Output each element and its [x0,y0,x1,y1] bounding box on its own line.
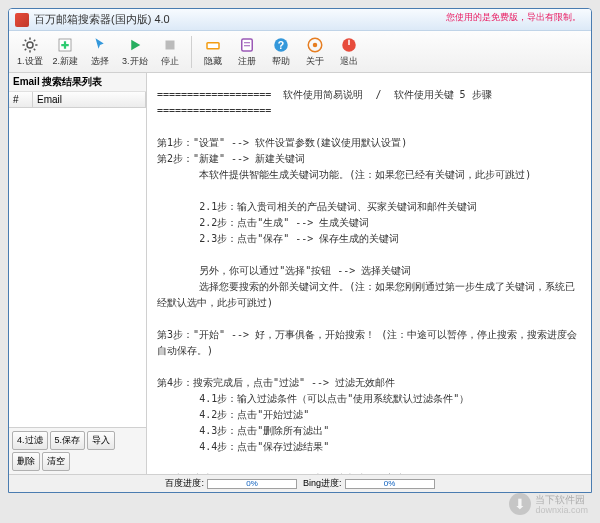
left-panel: Email 搜索结果列表 # Email 4.过滤5.保存导入删除清空 [9,73,147,474]
svg-point-0 [27,42,33,48]
reg-icon [238,36,256,54]
left-btn-3[interactable]: 删除 [12,452,40,471]
settings-label: 1.设置 [17,55,43,68]
watermark-text: 当下软件园 [535,494,588,505]
baidu-label: 百度进度: [165,477,204,490]
gear-icon [21,36,39,54]
help-button[interactable]: ?帮助 [265,34,297,70]
col-email[interactable]: Email [33,92,146,107]
help-label: 帮助 [272,55,290,68]
bing-pct: 0% [346,479,434,488]
watermark-url: downxia.com [535,505,588,515]
about-button[interactable]: 关于 [299,34,331,70]
watermark: ⬇ 当下软件园 downxia.com [509,493,588,515]
new-button[interactable]: 2.新建 [49,34,83,70]
select-button[interactable]: 选择 [84,34,116,70]
exit-icon [340,36,358,54]
help-icon: ? [272,36,290,54]
stop-icon [161,36,179,54]
plus-icon [56,36,74,54]
baidu-progress-wrap: 百度进度: 0% [165,477,297,490]
hide-icon [204,36,222,54]
main-body: Email 搜索结果列表 # Email 4.过滤5.保存导入删除清空 ====… [9,73,591,474]
app-icon [15,13,29,27]
register-label: 注册 [238,55,256,68]
select-label: 选择 [91,55,109,68]
exit-button[interactable]: 退出 [333,34,365,70]
start-button[interactable]: 3.开始 [118,34,152,70]
toolbar-separator [191,36,192,68]
status-bar: 百度进度: 0% Bing进度: 0% [9,474,591,492]
results-columns: # Email [9,92,146,108]
exit-label: 退出 [340,55,358,68]
stop-button[interactable]: 停止 [154,34,186,70]
baidu-pct: 0% [208,479,296,488]
left-buttons: 4.过滤5.保存导入删除清空 [9,427,146,474]
results-list[interactable] [9,108,146,427]
about-icon [306,36,324,54]
svg-rect-2 [165,40,174,49]
left-btn-2[interactable]: 导入 [87,431,115,450]
bing-progress-wrap: Bing进度: 0% [303,477,435,490]
left-btn-0[interactable]: 4.过滤 [12,431,48,450]
results-header: Email 搜索结果列表 [9,73,146,92]
left-btn-4[interactable]: 清空 [42,452,70,471]
hide-label: 隐藏 [204,55,222,68]
left-btn-1[interactable]: 5.保存 [50,431,86,450]
hide-button[interactable]: 隐藏 [197,34,229,70]
svg-rect-11 [348,39,350,44]
start-label: 3.开始 [122,55,148,68]
new-label: 2.新建 [53,55,79,68]
bing-progress-bar: 0% [345,479,435,489]
svg-rect-4 [207,43,218,48]
window-title: 百万邮箱搜索器(国内版) 4.0 [34,12,170,27]
help-content: =================== 软件使用简易说明 / 软件使用关键 5 … [147,73,591,474]
settings-button[interactable]: 1.设置 [13,34,47,70]
bing-label: Bing进度: [303,477,342,490]
about-label: 关于 [306,55,324,68]
app-window: 百万邮箱搜索器(国内版) 4.0 您使用的是免费版，导出有限制。 1.设置2.新… [8,8,592,493]
free-version-notice: 您使用的是免费版，导出有限制。 [446,12,581,23]
svg-point-9 [312,42,317,47]
play-icon [126,36,144,54]
register-button[interactable]: 注册 [231,34,263,70]
svg-rect-5 [241,39,252,51]
baidu-progress-bar: 0% [207,479,297,489]
stop-label: 停止 [161,55,179,68]
svg-text:?: ? [277,38,283,50]
toolbar: 1.设置2.新建选择3.开始停止隐藏注册?帮助关于退出 [9,31,591,73]
col-index[interactable]: # [9,92,33,107]
cursor-icon [91,36,109,54]
download-icon: ⬇ [509,493,531,515]
